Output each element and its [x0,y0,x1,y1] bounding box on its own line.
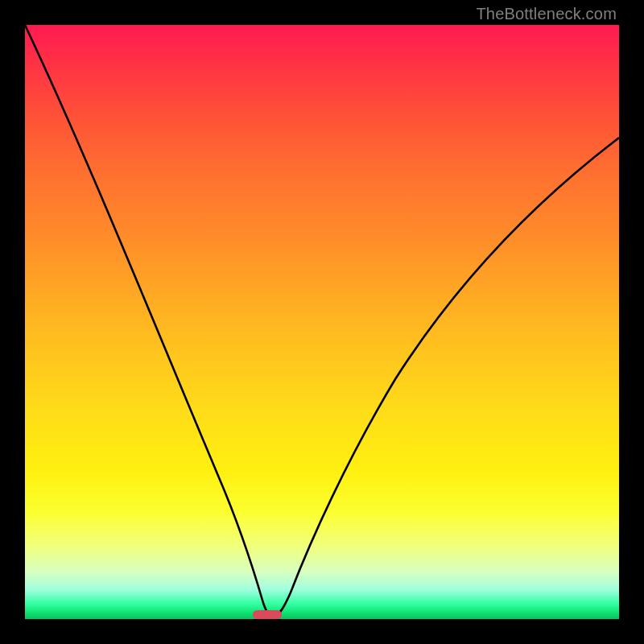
minimum-marker [253,610,282,619]
curve-layer [25,25,619,619]
chart-frame: TheBottleneck.com [0,0,644,644]
watermark-text: TheBottleneck.com [476,5,617,23]
plot-area [25,25,619,619]
bottleneck-curve-path [25,25,619,617]
